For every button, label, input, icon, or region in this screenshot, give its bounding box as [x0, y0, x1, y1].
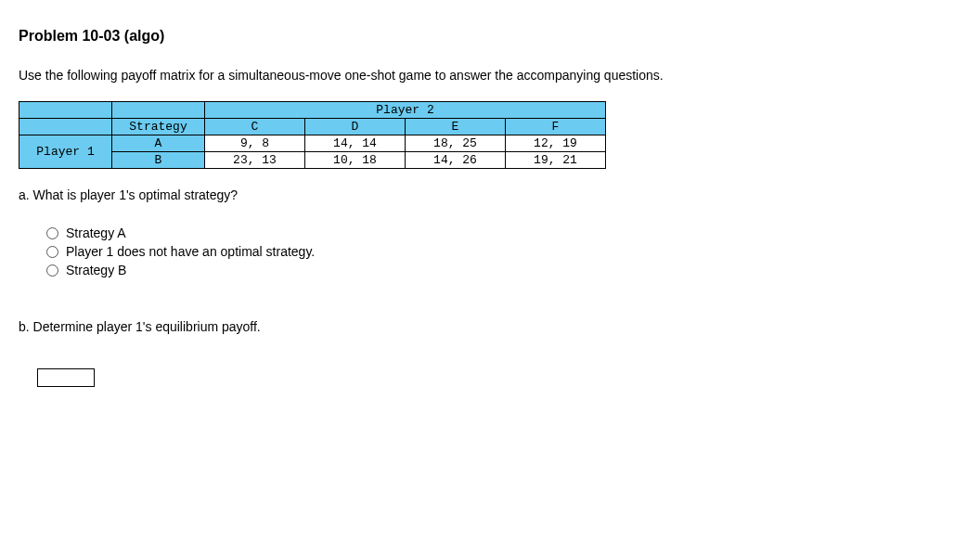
option-label: Strategy B: [66, 263, 126, 277]
player1-header: Player 1: [19, 135, 112, 169]
question-a-text: a. What is player 1's optimal strategy?: [19, 187, 961, 202]
option-strategy-a: Strategy A: [46, 225, 961, 240]
row-header-a: A: [112, 135, 205, 152]
radio-icon[interactable]: [46, 246, 58, 258]
player2-header: Player 2: [205, 102, 606, 119]
cell-b-d: 10, 18: [305, 152, 406, 169]
table-empty-cell: [19, 119, 112, 135]
cell-b-e: 14, 26: [406, 152, 506, 169]
cell-b-c: 23, 13: [205, 152, 305, 169]
row-header-b: B: [112, 152, 205, 169]
instructions-text: Use the following payoff matrix for a si…: [19, 68, 961, 83]
problem-title: Problem 10-03 (algo): [19, 28, 961, 45]
cell-a-f: 12, 19: [506, 135, 606, 152]
option-label: Strategy A: [66, 225, 126, 240]
table-empty-cell: [19, 102, 112, 119]
cell-b-f: 19, 21: [506, 152, 606, 169]
cell-a-c: 9, 8: [205, 135, 305, 152]
equilibrium-payoff-input[interactable]: [37, 368, 95, 387]
radio-icon[interactable]: [46, 264, 58, 277]
col-header-e: E: [406, 119, 506, 135]
table-empty-cell: [112, 102, 205, 119]
col-header-d: D: [305, 119, 406, 135]
strategy-header: Strategy: [112, 119, 205, 135]
cell-a-e: 18, 25: [406, 135, 506, 152]
option-no-strategy: Player 1 does not have an optimal strate…: [46, 244, 961, 259]
payoff-matrix-table: Player 2 Strategy C D E F Player 1 A 9, …: [19, 101, 606, 169]
option-strategy-b: Strategy B: [46, 263, 961, 277]
cell-a-d: 14, 14: [305, 135, 406, 152]
col-header-c: C: [205, 119, 305, 135]
question-b-text: b. Determine player 1's equilibrium payo…: [19, 319, 961, 334]
radio-icon[interactable]: [46, 227, 58, 239]
question-a-options: Strategy A Player 1 does not have an opt…: [46, 225, 961, 277]
option-label: Player 1 does not have an optimal strate…: [66, 244, 315, 259]
col-header-f: F: [506, 119, 606, 135]
